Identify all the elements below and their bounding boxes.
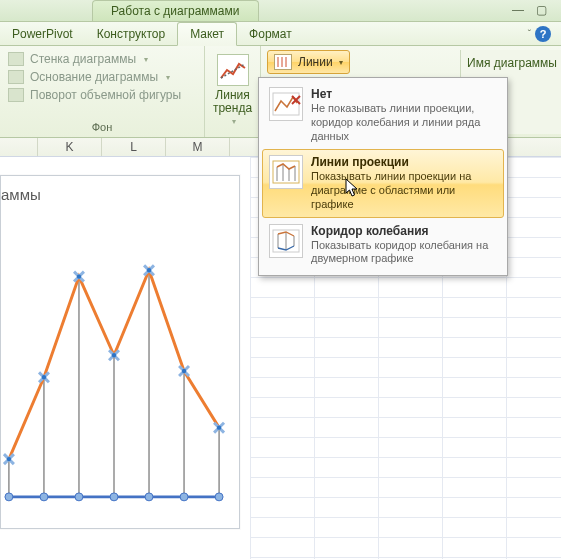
window-restore-icon[interactable]: ▢ <box>536 3 547 21</box>
tab-layout[interactable]: Макет <box>177 22 237 46</box>
ribbon-minimize-icon[interactable]: ˇ <box>528 29 531 40</box>
title-bar: Работа с диаграммами — ▢ <box>0 0 561 22</box>
lines-icon <box>274 54 292 70</box>
embedded-chart[interactable]: аммы <box>0 175 240 529</box>
window-controls: — ▢ <box>512 0 561 21</box>
svg-point-48 <box>75 493 83 501</box>
chart-wall-button[interactable]: Стенка диаграммы ▾ <box>6 50 198 68</box>
lines-option-none[interactable]: Нет Не показывать линии проекции, коридо… <box>262 81 504 149</box>
chart-floor-label: Основание диаграммы <box>30 70 158 84</box>
trendline-label-2: тренда <box>213 101 252 115</box>
help-icon[interactable]: ? <box>535 26 551 42</box>
svg-point-27 <box>7 457 11 461</box>
svg-point-46 <box>5 493 13 501</box>
column-header-m[interactable]: M <box>166 138 230 156</box>
svg-point-36 <box>112 353 116 357</box>
chevron-down-icon: ▾ <box>232 117 236 126</box>
rotate-3d-icon <box>8 88 24 102</box>
trendline-button[interactable]: Линия тренда ▾ <box>205 50 260 131</box>
tab-constructor[interactable]: Конструктор <box>85 23 177 45</box>
contextual-tab-title: Работа с диаграммами <box>92 0 259 21</box>
column-header-blank[interactable] <box>0 138 38 156</box>
tab-format[interactable]: Формат <box>237 23 304 45</box>
lines-option-projection-title: Линии проекции <box>311 155 497 169</box>
lines-option-hilo-desc: Показывать коридор колебания на двумерно… <box>311 239 497 267</box>
chart-name-label: Имя диаграммы <box>467 56 557 70</box>
rotate-3d-label: Поворот объемной фигуры <box>30 88 181 102</box>
tab-powerpivot[interactable]: PowerPivot <box>0 23 85 45</box>
chevron-down-icon: ▾ <box>144 55 148 64</box>
chart-floor-button[interactable]: Основание диаграммы ▾ <box>6 68 198 86</box>
svg-point-50 <box>145 493 153 501</box>
svg-point-47 <box>40 493 48 501</box>
chart-floor-icon <box>8 70 24 84</box>
ribbon-group-background: Стенка диаграммы ▾ Основание диаграммы ▾… <box>0 46 205 137</box>
trendline-icon <box>217 54 249 86</box>
svg-point-42 <box>182 369 186 373</box>
ribbon-group-label: Фон <box>6 121 198 135</box>
chart-wall-icon <box>8 52 24 66</box>
lines-option-none-title: Нет <box>311 87 497 101</box>
svg-point-49 <box>110 493 118 501</box>
svg-point-51 <box>180 493 188 501</box>
lines-option-hilo[interactable]: Коридор колебания Показывать коридор кол… <box>262 218 504 273</box>
chevron-down-icon: ▾ <box>166 73 170 82</box>
lines-projection-icon <box>269 155 303 189</box>
lines-split-button[interactable]: Линии ▾ <box>267 50 350 74</box>
lines-none-icon <box>269 87 303 121</box>
svg-point-52 <box>215 493 223 501</box>
lines-button-label: Линии <box>298 55 333 69</box>
ribbon: Стенка диаграммы ▾ Основание диаграммы ▾… <box>0 46 561 138</box>
svg-rect-1 <box>275 55 291 69</box>
ribbon-tabs: PowerPivot Конструктор Макет Формат ˇ ? <box>0 22 561 46</box>
lines-option-hilo-title: Коридор колебания <box>311 224 497 238</box>
svg-point-39 <box>147 268 151 272</box>
ribbon-group-trendline: Линия тренда ▾ <box>205 46 261 137</box>
chart-wall-label: Стенка диаграммы <box>30 52 136 66</box>
lines-option-projection[interactable]: Линии проекции Показывать линии проекции… <box>262 149 504 217</box>
window-minimize-icon[interactable]: — <box>512 3 524 21</box>
column-header-k[interactable]: K <box>38 138 102 156</box>
lines-option-none-desc: Не показывать линии проекции, коридор ко… <box>311 102 497 143</box>
chevron-down-icon: ▾ <box>339 58 343 67</box>
svg-point-30 <box>42 375 46 379</box>
lines-option-projection-desc: Показывать линии проекции на диаграмме с… <box>311 170 497 211</box>
lines-dropdown: Нет Не показывать линии проекции, коридо… <box>258 77 508 276</box>
svg-rect-5 <box>273 93 299 115</box>
svg-point-45 <box>217 425 221 429</box>
chart-plot-area[interactable] <box>1 236 227 506</box>
lines-hilo-icon <box>269 224 303 258</box>
column-header-l[interactable]: L <box>102 138 166 156</box>
chart-title[interactable]: аммы <box>1 176 239 207</box>
svg-point-33 <box>77 274 81 278</box>
rotate-3d-button[interactable]: Поворот объемной фигуры <box>6 86 198 104</box>
